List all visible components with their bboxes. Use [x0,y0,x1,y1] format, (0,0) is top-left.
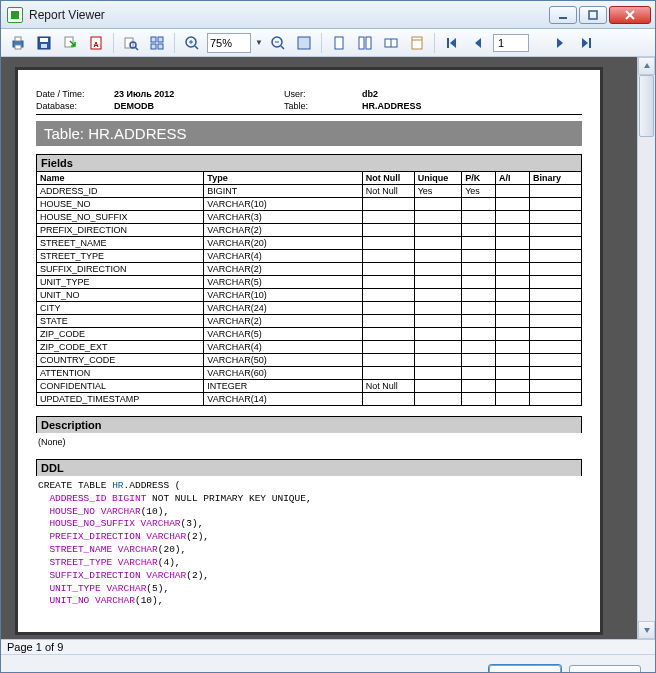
cell-binary [529,380,581,393]
titlebar: Report Viewer [1,1,655,29]
meta-db-value: DEMODB [114,100,284,112]
cell-not_null: Not Null [362,380,414,393]
facing-page-button[interactable] [380,32,402,54]
description-header: Description [36,416,582,433]
cell-binary [529,341,581,354]
cell-pk: Yes [462,185,496,198]
cell-type: VARCHAR(2) [204,224,362,237]
status-bar: Page 1 of 9 [1,639,655,654]
scroll-thumb[interactable] [639,75,654,137]
close-window-button[interactable] [609,6,651,24]
cell-unique [414,328,461,341]
cell-type: VARCHAR(5) [204,276,362,289]
cell-pk [462,198,496,211]
cell-name: CITY [37,302,204,315]
cell-unique [414,302,461,315]
cell-not_null [362,315,414,328]
close-button[interactable]: Close [489,665,561,674]
table-row: STREET_NAMEVARCHAR(20) [37,237,582,250]
vertical-scrollbar[interactable] [637,57,655,639]
meta-db-label: Database: [36,100,114,112]
cell-name: HOUSE_NO_SUFFIX [37,211,204,224]
continuous-page-button[interactable] [354,32,376,54]
cell-ai [496,393,530,406]
cell-pk [462,276,496,289]
page-input[interactable] [493,34,529,52]
cell-binary [529,224,581,237]
cell-unique [414,341,461,354]
table-row: ZIP_CODE_EXTVARCHAR(4) [37,341,582,354]
export-button[interactable] [59,32,81,54]
svg-marker-39 [582,38,588,48]
table-row: ATTENTIONVARCHAR(60) [37,367,582,380]
cell-not_null [362,367,414,380]
cell-ai [496,367,530,380]
cell-unique [414,393,461,406]
cell-pk [462,380,496,393]
cell-name: ATTENTION [37,367,204,380]
prev-page-button[interactable] [467,32,489,54]
cell-ai [496,198,530,211]
table-row: COUNTRY_CODEVARCHAR(50) [37,354,582,367]
single-page-button[interactable] [328,32,350,54]
thumbnails-button[interactable] [146,32,168,54]
cell-type: INTEGER [204,380,362,393]
cell-binary [529,354,581,367]
cell-binary [529,276,581,289]
fullscreen-button[interactable] [293,32,315,54]
zoom-in-button[interactable] [181,32,203,54]
cell-pk [462,237,496,250]
cell-pk [462,302,496,315]
svg-marker-42 [644,628,650,633]
cell-ai [496,224,530,237]
print-button[interactable] [7,32,29,54]
cell-name: HOUSE_NO [37,198,204,211]
cell-ai [496,276,530,289]
cell-binary [529,289,581,302]
table-row: SUFFIX_DIRECTIONVARCHAR(2) [37,263,582,276]
scroll-track[interactable] [638,75,655,621]
cell-unique [414,211,461,224]
cell-ai [496,185,530,198]
cell-name: STATE [37,315,204,328]
svg-rect-6 [15,45,21,49]
cell-binary [529,237,581,250]
zoom-dropdown-icon[interactable]: ▼ [255,38,263,47]
zoom-out-button[interactable] [267,32,289,54]
cell-name: UPDATED_TIMESTAMP [37,393,204,406]
help-button[interactable]: Help [569,665,641,674]
cell-unique [414,289,461,302]
cell-type: VARCHAR(20) [204,237,362,250]
scroll-up-button[interactable] [638,57,655,75]
page-setup-button[interactable] [406,32,428,54]
cell-binary [529,185,581,198]
zoom-combo[interactable] [207,33,251,53]
cell-pk [462,367,496,380]
svg-rect-5 [15,37,21,41]
cell-unique [414,224,461,237]
minimize-button[interactable] [549,6,577,24]
svg-marker-38 [557,38,563,48]
last-page-button[interactable] [575,32,597,54]
pdf-button[interactable]: A [85,32,107,54]
find-button[interactable] [120,32,142,54]
scroll-down-button[interactable] [638,621,655,639]
cell-ai [496,289,530,302]
table-row: HOUSE_NOVARCHAR(10) [37,198,582,211]
col-pk: P/K [462,172,496,185]
cell-ai [496,315,530,328]
cell-binary [529,315,581,328]
maximize-button[interactable] [579,6,607,24]
cell-ai [496,328,530,341]
cell-name: ZIP_CODE [37,328,204,341]
cell-not_null [362,341,414,354]
save-button[interactable] [33,32,55,54]
table-row: UNIT_NOVARCHAR(10) [37,289,582,302]
fields-table: Name Type Not Null Unique P/K A/I Binary… [36,171,582,406]
svg-rect-27 [298,37,310,49]
app-icon [7,7,23,23]
cell-ai [496,263,530,276]
cell-type: VARCHAR(24) [204,302,362,315]
next-page-button[interactable] [549,32,571,54]
first-page-button[interactable] [441,32,463,54]
